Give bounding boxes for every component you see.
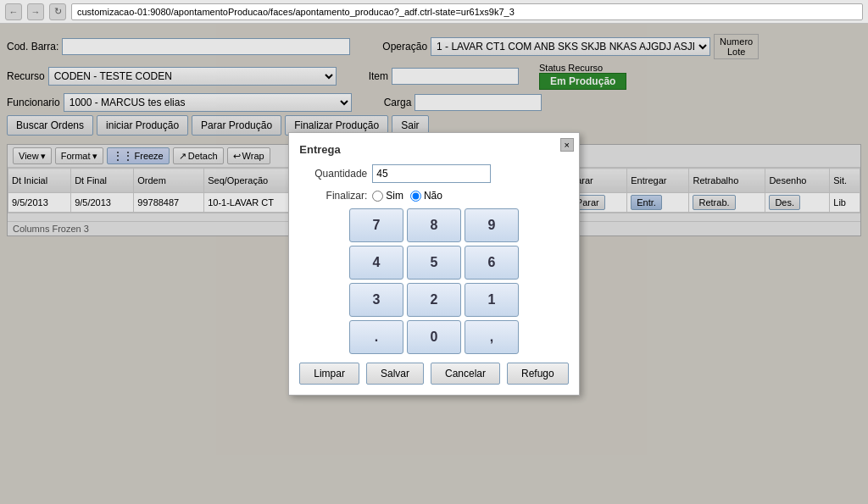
numpad-key-8[interactable]: 8 <box>407 208 461 242</box>
modal-close-button[interactable]: × <box>560 138 574 152</box>
refugo-button[interactable]: Refugo <box>507 363 569 385</box>
url-bar[interactable] <box>71 3 863 20</box>
modal-quantidade-row: Quantidade <box>299 164 568 183</box>
nao-radio[interactable] <box>410 191 421 202</box>
finalizar-label: Finalizar: <box>299 190 367 202</box>
modal-overlay: Entrega × Quantidade Finalizar: Sim Não <box>0 24 868 504</box>
sim-radio-label[interactable]: Sim <box>372 190 403 202</box>
numpad-key-6[interactable]: 6 <box>465 246 519 280</box>
numpad-key-.[interactable]: . <box>349 320 403 354</box>
cancelar-button[interactable]: Cancelar <box>431 363 500 385</box>
quantidade-label: Quantidade <box>299 168 367 180</box>
numpad-key-1[interactable]: 1 <box>465 283 519 317</box>
modal-title: Entrega <box>299 143 568 156</box>
numpad-key-2[interactable]: 2 <box>407 283 461 317</box>
browser-chrome: ← → ↻ <box>0 0 868 24</box>
numpad-key-7[interactable]: 7 <box>349 208 403 242</box>
forward-button[interactable]: → <box>27 3 44 20</box>
back-button[interactable]: ← <box>5 3 22 20</box>
modal-actions: Limpar Salvar Cancelar Refugo <box>299 363 568 385</box>
entrega-modal: Entrega × Quantidade Finalizar: Sim Não <box>288 132 579 396</box>
quantidade-input[interactable] <box>372 164 491 183</box>
numpad-key-0[interactable]: 0 <box>407 320 461 354</box>
refresh-button[interactable]: ↻ <box>49 3 66 20</box>
finalizar-radio-group: Sim Não <box>372 190 442 202</box>
sim-radio[interactable] <box>372 191 383 202</box>
limpar-button[interactable]: Limpar <box>299 363 359 385</box>
numpad-key-,[interactable]: , <box>465 320 519 354</box>
modal-finalizar-row: Finalizar: Sim Não <box>299 190 568 202</box>
numpad-key-9[interactable]: 9 <box>465 208 519 242</box>
salvar-button[interactable]: Salvar <box>366 363 424 385</box>
numpad-key-5[interactable]: 5 <box>407 246 461 280</box>
numpad-key-4[interactable]: 4 <box>349 246 403 280</box>
numpad: 789456321.0, <box>349 208 519 354</box>
nao-radio-label[interactable]: Não <box>410 190 442 202</box>
numpad-key-3[interactable]: 3 <box>349 283 403 317</box>
